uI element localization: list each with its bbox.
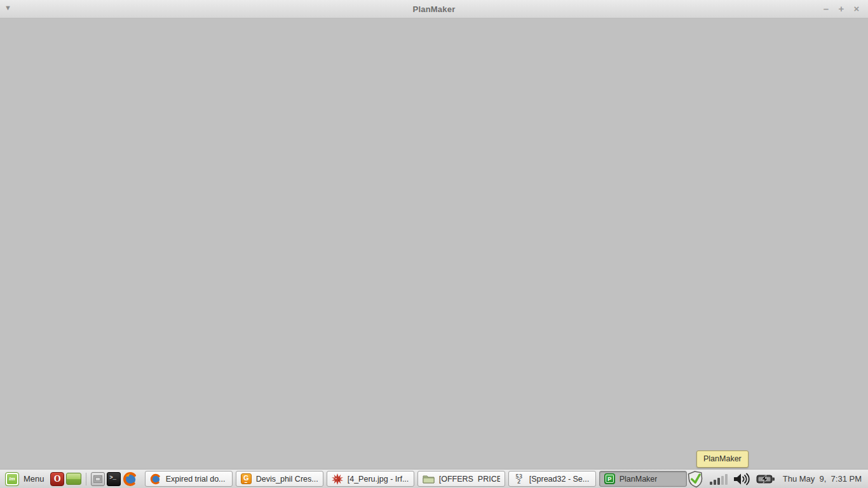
maximize-button[interactable]: + <box>834 1 849 17</box>
g-document-icon: G ▬ <box>241 473 252 484</box>
taskbar-window-peru-jpg[interactable]: [4_Peru.jpg - Irf... <box>327 471 414 487</box>
show-desktop-button[interactable] <box>66 470 81 488</box>
window-button-label: Devis_phil Cres... <box>256 475 318 484</box>
window-content <box>0 18 868 469</box>
firefox-launcher[interactable] <box>123 470 138 488</box>
taskbar-window-offers-prices[interactable]: [OFFERS PRICES] <box>417 471 505 487</box>
window-button-label: [OFFERS PRICES] <box>439 475 500 484</box>
taskbar-window-devis-phil[interactable]: G ▬ Devis_phil Cres... <box>236 471 323 487</box>
network-signal-icon[interactable] <box>710 473 728 485</box>
taskbar-window-spread32[interactable]: 53 2 [Spread32 - Se... <box>508 471 596 487</box>
close-button[interactable]: × <box>849 1 864 17</box>
computer-icon <box>91 472 105 486</box>
tooltip: PlanMaker <box>696 451 749 468</box>
terminal-launcher[interactable]: >_ <box>107 470 121 488</box>
terminal-icon: >_ <box>107 472 121 486</box>
firefox-icon <box>150 473 161 485</box>
opera-icon: O <box>50 472 64 486</box>
folder-icon <box>423 474 435 484</box>
taskbar: lm Menu O >_ <box>0 469 868 488</box>
battery-icon[interactable] <box>756 473 775 485</box>
menu-label: Menu <box>24 474 44 484</box>
minimize-button[interactable]: – <box>818 1 834 17</box>
window-button-list: Expired trial do... G ▬ Devis_phil Cres.… <box>145 471 687 487</box>
volume-icon[interactable] <box>733 473 750 485</box>
planmaker-icon: P <box>604 473 615 484</box>
firefox-icon <box>123 471 138 487</box>
update-shield-check-icon[interactable] <box>686 469 705 488</box>
desktop-screen: ▼ PlanMaker – + × PlanMaker lm Menu O <box>0 0 868 488</box>
window-menu-arrow-icon[interactable]: ▼ <box>4 4 11 11</box>
taskbar-window-planmaker[interactable]: P PlanMaker <box>599 471 687 487</box>
opera-launcher[interactable]: O <box>50 470 65 488</box>
window-title: PlanMaker <box>0 4 868 14</box>
window-button-label: PlanMaker <box>620 475 658 484</box>
menu-button[interactable]: lm Menu <box>3 470 50 488</box>
linux-mint-logo-icon: lm <box>5 472 19 486</box>
clock[interactable]: Thu May 9, 7:31 PM <box>783 474 862 484</box>
taskbar-window-expired-trial[interactable]: Expired trial do... <box>145 471 233 487</box>
planmaker-window: ▼ PlanMaker – + × <box>0 0 868 469</box>
system-tray: Thu May 9, 7:31 PM <box>687 470 865 488</box>
show-desktop-icon <box>66 473 81 485</box>
window-button-label: [Spread32 - Se... <box>529 475 590 484</box>
window-button-label: Expired trial do... <box>166 475 226 484</box>
spread32-icon: 53 2 <box>513 473 525 485</box>
computer-launcher[interactable] <box>90 470 105 488</box>
window-controls: – + × <box>818 0 864 18</box>
titlebar[interactable]: ▼ PlanMaker – + × <box>0 0 868 18</box>
irfanview-icon <box>332 473 343 485</box>
taskbar-separator <box>86 473 86 485</box>
window-button-label: [4_Peru.jpg - Irf... <box>348 475 409 484</box>
